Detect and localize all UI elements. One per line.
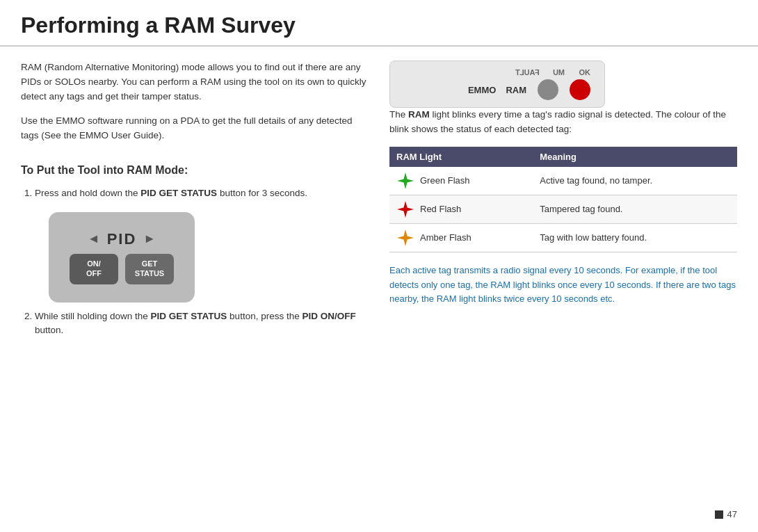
device-circle-ram xyxy=(570,79,590,100)
section-title: To Put the Tool into RAM Mode: xyxy=(21,164,369,177)
note-text: Each active tag transmits a radio signal… xyxy=(389,264,737,307)
page-number-value: 47 xyxy=(727,509,737,519)
device-label-ok: OK xyxy=(579,68,591,76)
amber-flash-label: Amber Flash xyxy=(420,232,471,243)
device-label-mu: MU xyxy=(553,68,565,76)
step-2-text-mid: button, press the xyxy=(227,311,302,321)
pid-arrow-left: ◄ xyxy=(88,232,100,246)
step-2-bold2: PID ON/OFF xyxy=(302,311,355,321)
col-header-meaning: Meaning xyxy=(533,147,737,167)
step-1-bold: PID GET STATUS xyxy=(140,188,217,198)
pid-get-status-button[interactable]: GETSTATUS xyxy=(125,254,174,284)
page-num-square-icon xyxy=(715,510,723,519)
table-header-row: RAM Light Meaning xyxy=(389,147,737,167)
amber-flash-icon xyxy=(396,229,414,247)
step-2-bold1: PID GET STATUS xyxy=(151,311,227,321)
meaning-cell: Tampered tag found. xyxy=(533,195,737,223)
green-flash-icon xyxy=(396,172,414,190)
pid-top-row: ◄ PID ► xyxy=(88,230,156,248)
pid-on-off-button[interactable]: ON/OFF xyxy=(70,254,118,284)
steps-list: Press and hold down the PID GET STATUS b… xyxy=(21,186,369,201)
svg-marker-0 xyxy=(397,172,414,189)
ram-description: The RAM light blinks every time a tag's … xyxy=(389,108,737,137)
left-column: RAM (Random Alternative Monitoring) mode… xyxy=(21,61,369,349)
step-1-text-before: Press and hold down the xyxy=(35,188,140,198)
flash-icon-cell: Amber Flash xyxy=(389,224,533,252)
table-row: Amber FlashTag with low battery found. xyxy=(389,223,737,252)
pid-arrow-right: ► xyxy=(143,232,156,246)
pid-buttons-row: ON/OFF GETSTATUS xyxy=(70,254,174,284)
svg-marker-2 xyxy=(397,229,414,246)
step-2: While still holding down the PID GET STA… xyxy=(35,309,369,339)
step-2-text-before: While still holding down the xyxy=(35,311,151,321)
pid-device-label: PID xyxy=(107,230,137,248)
ram-light-table: RAM Light Meaning Green FlashActive tag … xyxy=(389,147,737,252)
ram-desc-part1: The xyxy=(389,109,408,120)
ram-desc-bold: RAM xyxy=(408,109,430,120)
device-indicator-graphic: FAULT MU OK EMMO RAM xyxy=(389,61,605,108)
intro-text-1: RAM (Random Alternative Monitoring) mode… xyxy=(21,61,369,104)
page-header: Performing a RAM Survey xyxy=(0,0,758,47)
device-top-labels: FAULT MU OK xyxy=(404,68,590,76)
device-circle-emmo xyxy=(538,79,558,100)
flash-icon-cell: Green Flash xyxy=(389,167,533,195)
col-header-light: RAM Light xyxy=(389,147,533,167)
right-column: FAULT MU OK EMMO RAM The RAM light blink… xyxy=(389,61,737,349)
ram-desc-part2: light blinks every time a tag's radio si… xyxy=(389,109,726,134)
table-row: Red FlashTampered tag found. xyxy=(389,195,737,223)
pid-device-graphic: ◄ PID ► ON/OFF GETSTATUS xyxy=(49,212,195,303)
page-number-area: 47 xyxy=(715,509,737,519)
step-2-text-after: button. xyxy=(35,325,63,335)
steps-list-2: While still holding down the PID GET STA… xyxy=(21,309,369,339)
table-row: Green FlashActive tag found, no tamper. xyxy=(389,167,737,195)
step-1: Press and hold down the PID GET STATUS b… xyxy=(35,186,369,201)
svg-marker-1 xyxy=(397,201,414,218)
green-flash-label: Green Flash xyxy=(420,175,470,186)
main-content: RAM (Random Alternative Monitoring) mode… xyxy=(0,47,758,349)
page-title: Performing a RAM Survey xyxy=(21,13,737,38)
device-label-ram: RAM xyxy=(506,85,526,95)
device-bottom-row: EMMO RAM xyxy=(404,79,590,100)
meaning-cell: Active tag found, no tamper. xyxy=(533,167,737,195)
flash-icon-cell: Red Flash xyxy=(389,195,533,223)
device-label-emmo: EMMO xyxy=(468,85,496,95)
device-label-fault: FAULT xyxy=(515,68,540,76)
step-1-text-after: button for 3 seconds. xyxy=(217,188,307,198)
red-flash-label: Red Flash xyxy=(420,204,461,214)
red-flash-icon xyxy=(396,200,414,218)
meaning-cell: Tag with low battery found. xyxy=(533,223,737,252)
intro-text-2: Use the EMMO software running on a PDA t… xyxy=(21,114,369,143)
device-mode-labels: EMMO RAM xyxy=(468,85,526,95)
page-container: Performing a RAM Survey RAM (Random Alte… xyxy=(0,0,758,532)
note-content: Each active tag transmits a radio signal… xyxy=(389,265,736,305)
